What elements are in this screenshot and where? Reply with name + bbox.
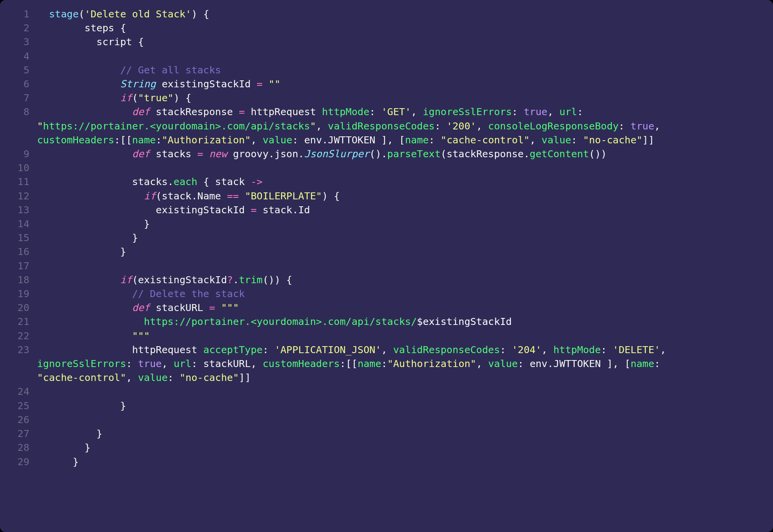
code-token: acceptType: [203, 344, 263, 355]
code-token: groovy.json.: [227, 148, 304, 160]
code-token: ]]: [642, 134, 654, 146]
code-token: 'APPLICATION_JSON': [274, 344, 381, 355]
code-token: :: [577, 106, 589, 117]
code-token: 'Delete old Stack': [85, 8, 191, 20]
code-line-continuation: customHeaders:[[name:"Authorization", va…: [9, 133, 764, 147]
code-token: trim: [239, 274, 262, 286]
code-line: 18 if(existingStackId?.trim()) {: [9, 273, 764, 287]
code-token: ,: [381, 344, 393, 355]
code-line: 2 steps {: [9, 21, 764, 35]
line-number: 21: [9, 314, 37, 328]
code-token: "cache-control": [441, 134, 530, 146]
code-token: ()): [589, 148, 607, 160]
code-token: validResponseCodes: [393, 344, 500, 355]
code-line: 5 // Get all stacks: [9, 63, 764, 77]
line-number: 19: [9, 287, 37, 301]
code-token: :: [340, 358, 346, 369]
line-content: script {: [37, 35, 764, 49]
code-line: 19 // Delete the stack: [9, 287, 764, 301]
code-token: :: [262, 344, 274, 355]
code-token: customHeaders: [262, 358, 340, 369]
code-token: value: [262, 134, 292, 146]
code-line: 6 String existingStackId = "": [9, 77, 764, 91]
code-token: stackResponse: [150, 106, 239, 117]
code-token: :: [126, 358, 138, 369]
line-number: 10: [9, 161, 37, 175]
code-token: [239, 190, 245, 202]
code-token: getContent: [530, 148, 589, 160]
code-line: 13 existingStackId = stack.Id: [9, 203, 764, 217]
code-token: }: [37, 400, 126, 411]
code-line: 11 stacks.each { stack ->: [9, 175, 764, 189]
code-token: [37, 330, 132, 342]
line-number: 28: [9, 440, 37, 454]
code-token: :: [619, 120, 631, 132]
line-number: 2: [9, 21, 37, 35]
code-token: steps {: [37, 22, 126, 34]
code-token: "no-cache": [180, 372, 239, 383]
code-token: ) {: [322, 190, 340, 202]
code-token: ,: [316, 120, 328, 132]
code-token: // Get all stacks: [120, 64, 221, 76]
code-token: }: [37, 456, 78, 467]
code-token: [37, 316, 144, 327]
code-lines: 1 stage('Delete old Stack') {2 steps {3 …: [9, 7, 764, 469]
code-token: '204': [512, 344, 541, 355]
code-token: ().: [369, 148, 387, 160]
code-token: [37, 288, 132, 299]
code-token: :: [571, 134, 583, 146]
code-token: }: [37, 442, 90, 453]
code-token: 'DELETE': [613, 344, 660, 355]
line-number: 11: [9, 175, 37, 189]
line-content: }: [37, 399, 764, 413]
line-number: 9: [9, 147, 37, 161]
code-line-continuation: "cache-control", value: "no-cache"]]: [9, 371, 764, 384]
code-token: httpMode: [553, 344, 601, 355]
code-token: name: [405, 134, 429, 146]
code-token: [37, 190, 144, 202]
code-token: [37, 78, 120, 90]
code-token: "no-cache": [583, 134, 643, 146]
line-number: 5: [9, 63, 37, 77]
line-content: httpRequest acceptType: 'APPLICATION_JSO…: [37, 343, 764, 357]
line-content: def stackResponse = httpRequest httpMode…: [37, 105, 764, 119]
line-content: existingStackId = stack.Id: [37, 203, 764, 217]
code-token: [37, 106, 132, 117]
code-token: """: [221, 302, 239, 313]
code-line: 23 httpRequest acceptType: 'APPLICATION_…: [9, 343, 764, 357]
code-token: existingStackId: [37, 204, 251, 216]
code-token: }: [37, 428, 102, 439]
line-content: [37, 259, 764, 273]
code-token: ?: [227, 274, 233, 286]
code-token: name: [630, 358, 654, 369]
line-content: }: [37, 231, 764, 245]
line-number: 25: [9, 399, 37, 413]
code-token: httpRequest: [37, 344, 203, 355]
code-token: // Delete the stack: [132, 288, 245, 299]
code-line: 24: [9, 384, 764, 398]
code-token: stage: [49, 8, 79, 20]
code-token: if: [144, 190, 156, 202]
code-line: 21 https://portainer.<yourdomain>.com/ap…: [9, 314, 764, 328]
code-token: httpRequest: [245, 106, 322, 117]
code-token: =: [239, 106, 245, 117]
code-token: [37, 92, 120, 104]
code-line: 8 def stackResponse = httpRequest httpMo…: [9, 105, 764, 119]
code-token: ignoreSslErrors: [423, 106, 512, 117]
code-line: 25 }: [9, 399, 764, 413]
line-number: 6: [9, 77, 37, 91]
code-token: '200': [446, 120, 476, 132]
code-token: [37, 64, 120, 76]
code-token: [37, 302, 132, 313]
code-token: =: [257, 78, 262, 90]
line-number: 22: [9, 329, 37, 343]
code-token: }: [37, 218, 150, 229]
code-token: consoleLogResponseBody: [488, 120, 619, 132]
code-token: :: [601, 344, 613, 355]
code-line: 28 }: [9, 440, 764, 454]
code-token: stack.Id: [257, 204, 310, 216]
line-content: if(stack.Name == "BOILERPLATE") {: [37, 189, 764, 203]
code-token: ,: [411, 106, 423, 117]
code-token: customHeaders: [37, 134, 114, 146]
line-content: }: [37, 427, 764, 440]
